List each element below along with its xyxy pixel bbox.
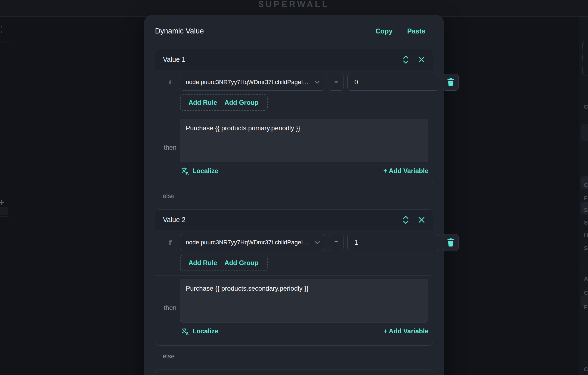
then-label: then bbox=[160, 279, 180, 322]
right-rail-fragment: C bbox=[584, 182, 588, 188]
then-label: then bbox=[160, 119, 180, 162]
then-section: then Purchase {{ products.secondary.peri… bbox=[155, 275, 433, 337]
modal-header: Dynamic Value Copy Paste bbox=[155, 27, 433, 35]
close-icon[interactable] bbox=[418, 56, 425, 63]
add-group-button[interactable]: Add Group bbox=[224, 99, 258, 106]
left-panel-section-divider bbox=[0, 216, 9, 217]
dynamic-value-modal: Dynamic Value Copy Paste Value 1 bbox=[144, 15, 444, 375]
right-rail-fragment: S bbox=[584, 207, 588, 213]
add-rule-group-box: Add Rule Add Group bbox=[180, 94, 268, 111]
condition-field-select[interactable]: node.puurc3NR7yy7HqWDmr37t.childPageI… bbox=[180, 234, 325, 251]
add-rule-group-box: Add Rule Add Group bbox=[180, 255, 268, 271]
condition-row: if node.puurc3NR7yy7HqWDmr37t.childPageI… bbox=[160, 74, 428, 91]
left-panel-section-divider bbox=[0, 42, 9, 42]
add-group-button[interactable]: Add Group bbox=[224, 259, 258, 267]
svg-text:A: A bbox=[186, 331, 189, 335]
value-card-1-header: Value 1 bbox=[155, 49, 433, 70]
modal-header-actions: Copy Paste bbox=[376, 27, 433, 35]
right-rail-fragment: F bbox=[584, 195, 587, 201]
right-rail-fragment: C bbox=[584, 366, 588, 373]
modal-title: Dynamic Value bbox=[155, 27, 204, 35]
localize-button[interactable]: A Localize bbox=[181, 327, 218, 335]
app-stage: $UPERWALL + CCFSSHSACFC Dynamic Value Co… bbox=[0, 0, 588, 375]
value-card-1: Value 1 if bbox=[155, 49, 433, 185]
chevron-down-icon bbox=[314, 81, 320, 84]
right-rail-fragment: H bbox=[584, 232, 588, 238]
condition-field-select[interactable]: node.puurc3NR7yy7HqWDmr37t.childPageI… bbox=[180, 74, 325, 91]
value-card-header-icons bbox=[402, 55, 425, 64]
localize-row: A Localize + Add Variable bbox=[160, 165, 428, 176]
localize-label: Localize bbox=[193, 167, 218, 175]
add-rule-button[interactable]: Add Rule bbox=[188, 99, 217, 106]
condition-value-input[interactable] bbox=[347, 74, 439, 91]
reorder-icon[interactable] bbox=[402, 55, 409, 64]
condition-operator-button[interactable]: = bbox=[329, 234, 343, 251]
right-rail-fragment: C bbox=[584, 103, 588, 110]
value-card-2: Value 2 if bbox=[155, 209, 433, 346]
translate-icon: A bbox=[181, 327, 189, 335]
then-value-textarea[interactable]: Purchase {{ products.secondary.periodly … bbox=[180, 279, 428, 322]
right-rail-fragment: C bbox=[584, 290, 588, 296]
condition-controls: node.puurc3NR7yy7HqWDmr37t.childPageI… = bbox=[180, 234, 459, 251]
add-controls-row: Add Rule Add Group bbox=[160, 255, 428, 271]
add-variable-button[interactable]: + Add Variable bbox=[383, 327, 428, 335]
right-panel-divider bbox=[579, 17, 579, 375]
trash-icon[interactable] bbox=[443, 234, 459, 251]
phone-preview-outline bbox=[582, 41, 588, 76]
condition-controls: node.puurc3NR7yy7HqWDmr37t.childPageI… = bbox=[180, 74, 459, 91]
then-value-textarea[interactable]: Purchase {{ products.primary.periodly }} bbox=[180, 119, 428, 162]
spacer bbox=[160, 255, 180, 271]
value-card-2-header: Value 2 bbox=[155, 210, 433, 230]
condition-field-value: node.puurc3NR7yy7HqWDmr37t.childPageI… bbox=[186, 79, 311, 86]
else-label: else bbox=[163, 192, 433, 200]
value-card-body: if node.puurc3NR7yy7HqWDmr37t.childPageI… bbox=[155, 230, 433, 345]
add-rule-button[interactable]: Add Rule bbox=[188, 259, 217, 267]
right-rail-fragment: S bbox=[584, 219, 588, 226]
localize-row: A Localize + Add Variable bbox=[160, 326, 428, 337]
condition-value-input[interactable] bbox=[347, 234, 439, 251]
right-panel-tile bbox=[581, 124, 588, 141]
add-variable-button[interactable]: + Add Variable bbox=[383, 167, 428, 175]
then-row: then Purchase {{ products.primary.period… bbox=[160, 119, 428, 162]
add-controls-row: Add Rule Add Group bbox=[160, 94, 428, 111]
svg-text:A: A bbox=[186, 171, 189, 175]
trash-icon[interactable] bbox=[443, 74, 459, 91]
right-rail-fragment: F bbox=[584, 304, 587, 311]
localize-button[interactable]: A Localize bbox=[181, 167, 218, 175]
if-label: if bbox=[160, 74, 180, 91]
add-node-plus-icon: + bbox=[0, 196, 4, 209]
value-card-header-icons bbox=[402, 215, 425, 225]
chevron-down-icon bbox=[314, 241, 320, 244]
left-panel-divider bbox=[9, 17, 9, 375]
else-label: else bbox=[163, 352, 433, 360]
condition-field-value: node.puurc3NR7yy7HqWDmr37t.childPageI… bbox=[186, 239, 311, 246]
close-icon[interactable] bbox=[418, 216, 425, 223]
value-card-3-partial bbox=[155, 370, 433, 375]
condition-row: if node.puurc3NR7yy7HqWDmr37t.childPageI… bbox=[160, 234, 428, 251]
copy-button[interactable]: Copy bbox=[376, 27, 393, 35]
translate-icon: A bbox=[181, 167, 189, 175]
value-card-title: Value 2 bbox=[163, 216, 185, 224]
value-card-title: Value 1 bbox=[163, 56, 185, 63]
value-card-body: if node.puurc3NR7yy7HqWDmr37t.childPageI… bbox=[155, 70, 433, 185]
localize-label: Localize bbox=[193, 327, 218, 335]
reorder-icon[interactable] bbox=[402, 215, 409, 225]
spacer bbox=[160, 94, 180, 111]
paste-button[interactable]: Paste bbox=[407, 27, 425, 35]
left-panel-icon bbox=[1, 31, 2, 33]
top-bar: $UPERWALL bbox=[0, 0, 588, 17]
then-row: then Purchase {{ products.secondary.peri… bbox=[160, 279, 428, 322]
condition-operator-button[interactable]: = bbox=[329, 74, 343, 91]
right-rail-fragment: A bbox=[584, 275, 588, 282]
right-panel-section-divider bbox=[579, 266, 588, 266]
if-label: if bbox=[160, 234, 180, 251]
left-panel-icon bbox=[1, 26, 2, 27]
then-section: then Purchase {{ products.primary.period… bbox=[155, 115, 433, 176]
superwall-logo: $UPERWALL bbox=[0, 0, 588, 9]
right-rail-fragment: S bbox=[584, 245, 588, 251]
